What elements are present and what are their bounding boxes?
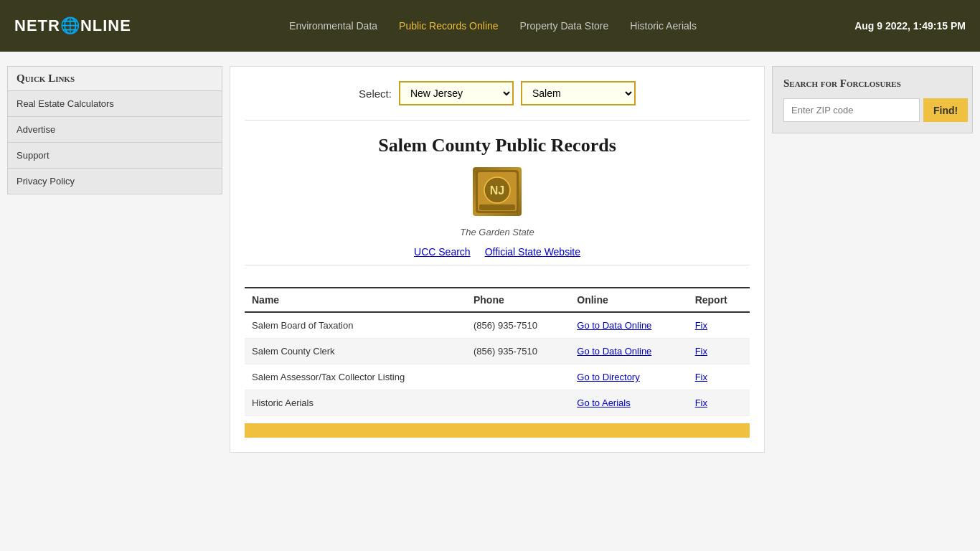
foreclosure-title: Search for Forclosures: [783, 77, 961, 90]
cell-phone: (856) 935-7510: [466, 312, 570, 339]
county-select[interactable]: Salem: [521, 81, 636, 105]
fix-link[interactable]: Fix: [695, 320, 707, 331]
nav-property-data-store[interactable]: Property Data Store: [520, 20, 609, 32]
table-row: Salem Board of Taxation (856) 935-7510 G…: [245, 312, 750, 339]
svg-text:NJ: NJ: [490, 184, 504, 197]
datetime-display: Aug 9 2022, 1:49:15 PM: [854, 20, 966, 32]
col-phone: Phone: [466, 288, 570, 312]
table-row: Salem Assessor/Tax Collector Listing Go …: [245, 364, 750, 390]
cell-online[interactable]: Go to Directory: [570, 364, 687, 390]
svg-rect-4: [479, 204, 515, 210]
online-link[interactable]: Go to Data Online: [577, 346, 651, 357]
cell-phone: (856) 935-7510: [466, 339, 570, 364]
state-select[interactable]: New Jersey: [399, 81, 514, 105]
county-title: Salem County Public Records: [245, 135, 750, 156]
col-name: Name: [245, 288, 466, 312]
content-wrapper: Quick Links Real Estate Calculators Adve…: [0, 52, 980, 467]
cell-report[interactable]: Fix: [688, 364, 750, 390]
cell-report[interactable]: Fix: [688, 312, 750, 339]
online-link[interactable]: Go to Aerials: [577, 397, 630, 408]
ucc-search-link[interactable]: UCC Search: [414, 246, 471, 258]
sidebar-real-estate-calculators[interactable]: Real Estate Calculators: [7, 91, 222, 117]
official-state-website-link[interactable]: Official State Website: [485, 246, 580, 258]
cell-online[interactable]: Go to Data Online: [570, 339, 687, 364]
cell-name: Salem Board of Taxation: [245, 312, 466, 339]
cell-report[interactable]: Fix: [688, 390, 750, 416]
quick-links-title: Quick Links: [7, 66, 222, 91]
cell-online[interactable]: Go to Aerials: [570, 390, 687, 416]
table-row: Salem County Clerk (856) 935-7510 Go to …: [245, 339, 750, 364]
sidebar-support[interactable]: Support: [7, 143, 222, 169]
foreclosure-form: Find!: [783, 98, 961, 122]
online-link[interactable]: Go to Data Online: [577, 320, 651, 331]
fix-link[interactable]: Fix: [695, 346, 707, 357]
cell-name: Historic Aerials: [245, 390, 466, 416]
records-table: Name Phone Online Report Salem Board of …: [245, 287, 750, 416]
site-header: NETR🌐NLINE Environmental Data Public Rec…: [0, 0, 980, 52]
table-row: Historic Aerials Go to Aerials Fix: [245, 390, 750, 416]
main-nav: Environmental Data Public Records Online…: [289, 20, 697, 32]
nav-historic-aerials[interactable]: Historic Aerials: [630, 20, 697, 32]
zip-input[interactable]: [783, 98, 920, 122]
sidebar-advertise[interactable]: Advertise: [7, 117, 222, 143]
site-logo[interactable]: NETR🌐NLINE: [14, 17, 131, 35]
sidebar: Quick Links Real Estate Calculators Adve…: [7, 66, 222, 453]
find-button[interactable]: Find!: [923, 98, 968, 122]
cell-online[interactable]: Go to Data Online: [570, 312, 687, 339]
select-label: Select:: [359, 88, 392, 100]
table-body: Salem Board of Taxation (856) 935-7510 G…: [245, 312, 750, 416]
col-online: Online: [570, 288, 687, 312]
foreclosure-box: Search for Forclosures Find!: [772, 66, 973, 133]
main-content: Select: New Jersey Salem Salem County Pu…: [230, 66, 765, 453]
state-links: UCC Search Official State Website: [245, 246, 750, 258]
right-sidebar: Search for Forclosures Find!: [772, 66, 973, 453]
yellow-bar: [245, 423, 750, 438]
col-report: Report: [688, 288, 750, 312]
fix-link[interactable]: Fix: [695, 372, 707, 382]
select-bar: Select: New Jersey Salem: [245, 81, 750, 105]
cell-name: Salem County Clerk: [245, 339, 466, 364]
online-link[interactable]: Go to Directory: [577, 372, 639, 382]
cell-name: Salem Assessor/Tax Collector Listing: [245, 364, 466, 390]
county-header: Salem County Public Records NJ The Garde…: [245, 120, 750, 265]
nav-public-records[interactable]: Public Records Online: [399, 20, 499, 32]
nav-environmental-data[interactable]: Environmental Data: [289, 20, 377, 32]
cell-phone: [466, 390, 570, 416]
fix-link[interactable]: Fix: [695, 397, 707, 408]
sidebar-privacy-policy[interactable]: Privacy Policy: [7, 169, 222, 194]
state-motto: The Garden State: [245, 227, 750, 237]
cell-phone: [466, 364, 570, 390]
cell-report[interactable]: Fix: [688, 339, 750, 364]
table-header-row: Name Phone Online Report: [245, 288, 750, 312]
state-seal: NJ: [473, 167, 522, 216]
